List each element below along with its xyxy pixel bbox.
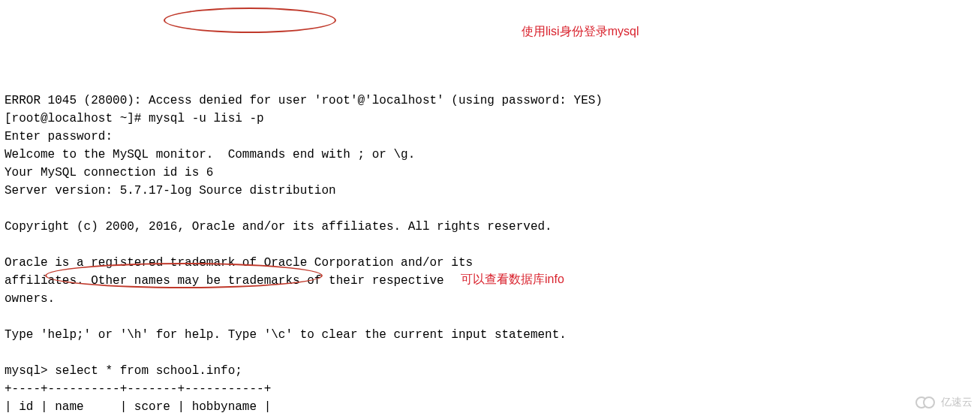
terminal-line: Enter password: xyxy=(5,130,120,143)
terminal-output: ERROR 1045 (28000): Access denied for us… xyxy=(5,74,975,416)
terminal-line: Your MySQL connection id is 6 xyxy=(5,166,213,179)
terminal-line: [root@localhost ~]# mysql -u lisi -p xyxy=(5,112,264,125)
terminal-line: | id | name | score | hobbyname | xyxy=(5,400,271,414)
watermark: 亿速云 xyxy=(915,394,972,410)
terminal-line: Oracle is a registered trademark of Orac… xyxy=(5,256,473,270)
watermark-logo-icon xyxy=(915,395,936,410)
terminal-line: affiliates. Other names may be trademark… xyxy=(5,274,444,288)
terminal-line: Type 'help;' or '\h' for help. Type '\c'… xyxy=(5,328,567,342)
terminal-line: mysql> select * from school.info; xyxy=(5,364,242,378)
terminal-line: owners. xyxy=(5,292,55,306)
terminal-line: +----+----------+-------+-----------+ xyxy=(5,382,271,396)
annotation-query: 可以查看数据库info xyxy=(461,270,564,288)
terminal-line: Server version: 5.7.17-log Source distri… xyxy=(5,184,336,197)
watermark-text: 亿速云 xyxy=(941,394,972,410)
terminal-line: Copyright (c) 2000, 2016, Oracle and/or … xyxy=(5,220,552,234)
highlight-ellipse-login xyxy=(164,8,336,33)
terminal-line: Welcome to the MySQL monitor. Commands e… xyxy=(5,148,415,161)
terminal-line: ERROR 1045 (28000): Access denied for us… xyxy=(5,94,603,107)
annotation-login: 使用lisi身份登录mysql xyxy=(522,23,639,41)
